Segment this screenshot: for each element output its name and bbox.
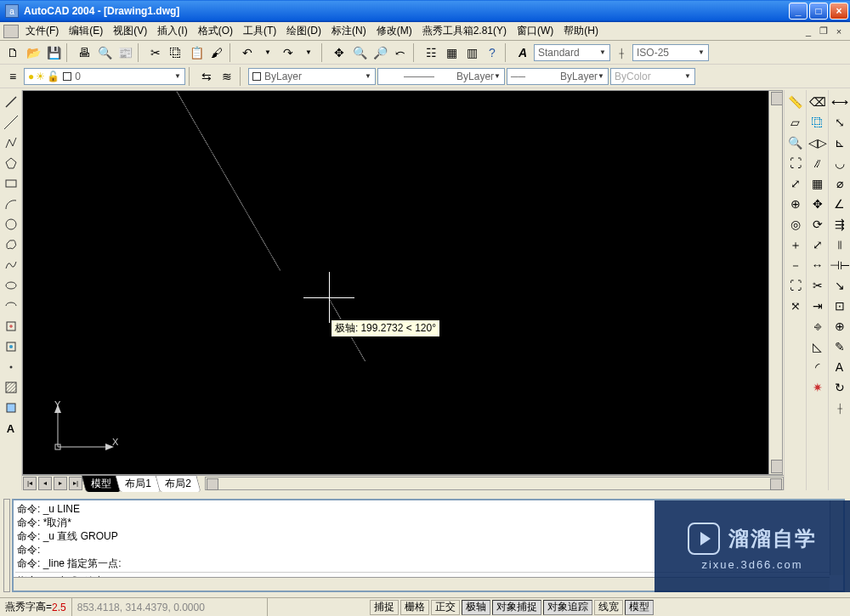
leader-tool[interactable]: ↘	[830, 277, 849, 294]
copy-tool[interactable]: ⿻	[808, 114, 827, 131]
area-button[interactable]: ▱	[786, 114, 805, 131]
mirror-tool[interactable]: ◁▷	[808, 134, 827, 151]
array-tool[interactable]: ▦	[808, 175, 827, 192]
menu-file[interactable]: 文件(F)	[20, 22, 64, 40]
break-tool[interactable]: ⎆	[808, 318, 827, 335]
toggle-otrack[interactable]: 对象追踪	[543, 600, 592, 615]
dim-baseline-tool[interactable]: ⫴	[830, 236, 849, 253]
rotate-tool[interactable]: ⟳	[808, 216, 827, 233]
dim-diameter-tool[interactable]: ⌀	[830, 175, 849, 192]
drawing-canvas[interactable]: 极轴: 199.2732 < 120° Y X	[22, 90, 783, 475]
toggle-snap[interactable]: 捕捉	[370, 600, 399, 615]
dim-ordinate-tool[interactable]: ⊾	[830, 134, 849, 151]
layer-manager-button[interactable]: ≡	[3, 67, 22, 86]
dim-style-tool[interactable]: ⟊	[830, 399, 849, 416]
save-button[interactable]: 💾	[44, 43, 63, 62]
undo-button[interactable]: ↶	[238, 43, 257, 62]
xline-tool[interactable]	[2, 114, 20, 131]
dim-continue-tool[interactable]: ⊣⊢	[830, 257, 849, 274]
make-block-tool[interactable]	[2, 338, 20, 355]
toggle-lwt[interactable]: 线宽	[594, 600, 623, 615]
ellipse-tool[interactable]	[2, 277, 20, 294]
dist-button[interactable]: 📏	[786, 93, 805, 110]
polyline-tool[interactable]	[2, 134, 20, 151]
dim-quick-tool[interactable]: ⇶	[830, 216, 849, 233]
erase-tool[interactable]: ⌫	[808, 93, 827, 110]
mtext-tool[interactable]: A	[2, 420, 20, 437]
hatch-tool[interactable]	[2, 379, 20, 396]
menu-insert[interactable]: 插入(I)	[152, 22, 192, 40]
cut-button[interactable]: ✂	[146, 43, 165, 62]
dim-tedit-tool[interactable]: A	[830, 359, 849, 376]
doc-minimize-button[interactable]: _	[802, 25, 815, 37]
textstyle-icon[interactable]: A	[513, 43, 532, 62]
move-tool[interactable]: ✥	[808, 195, 827, 212]
toggle-polar[interactable]: 极轴	[462, 600, 490, 615]
canvas-hscroll[interactable]	[205, 477, 784, 490]
canvas-vscroll[interactable]	[768, 91, 782, 474]
publish-button[interactable]: 📰	[116, 43, 134, 62]
extend-tool[interactable]: ⇥	[808, 297, 827, 314]
fillet-tool[interactable]: ◜	[808, 359, 827, 376]
rectangle-tool[interactable]	[2, 175, 20, 192]
menu-dimension[interactable]: 标注(N)	[326, 22, 371, 40]
tab-layout1[interactable]: 布局1	[115, 475, 161, 492]
paste-button[interactable]: 📋	[187, 43, 206, 62]
ellipsearc-tool[interactable]	[2, 297, 20, 314]
dimstyle-icon[interactable]: ⟊	[612, 43, 631, 62]
zoom-dyn-button[interactable]: ⛶	[786, 155, 805, 172]
open-button[interactable]: 📂	[24, 43, 42, 62]
dim-update-tool[interactable]: ↻	[830, 379, 849, 396]
toggle-model[interactable]: 模型	[625, 600, 654, 615]
revcloud-tool[interactable]	[2, 236, 20, 253]
menu-draw[interactable]: 绘图(D)	[281, 22, 326, 40]
spline-tool[interactable]	[2, 257, 20, 274]
menu-format[interactable]: 格式(O)	[193, 22, 238, 40]
print-button[interactable]: 🖶	[75, 43, 94, 62]
undo-drop-button[interactable]: ▼	[258, 43, 277, 62]
app-menu-icon[interactable]	[3, 25, 19, 38]
menu-view[interactable]: 视图(V)	[108, 22, 152, 40]
doc-close-button[interactable]: ×	[832, 25, 846, 37]
zoom-out-button[interactable]: －	[786, 257, 805, 274]
linetype-select[interactable]: ———ByLayer▼	[377, 68, 505, 85]
help-button[interactable]: ?	[483, 43, 502, 62]
menu-edit[interactable]: 编辑(E)	[64, 22, 108, 40]
tab-first-button[interactable]: |◂	[23, 477, 37, 490]
menu-tools[interactable]: 工具(T)	[238, 22, 281, 40]
zoom-window-button[interactable]: 🔎	[371, 43, 389, 62]
redo-button[interactable]: ↷	[279, 43, 298, 62]
chamfer-tool[interactable]: ◺	[808, 338, 827, 355]
redo-drop-button[interactable]: ▼	[299, 43, 318, 62]
zoom-previous-button[interactable]: ⤺	[391, 43, 410, 62]
zoom-center-button[interactable]: ⊕	[786, 195, 805, 212]
plot-preview-button[interactable]: 🔍	[95, 43, 114, 62]
toggle-ortho[interactable]: 正交	[431, 600, 460, 615]
tab-prev-button[interactable]: ◂	[38, 477, 52, 490]
pan-button[interactable]: ✥	[330, 43, 348, 62]
stretch-tool[interactable]: ↔	[808, 257, 827, 274]
menu-window[interactable]: 窗口(W)	[512, 22, 558, 40]
doc-restore-button[interactable]: ❐	[817, 25, 830, 37]
zoom-all-button[interactable]: ⛶	[786, 277, 805, 294]
plotstyle-select[interactable]: ByColor▼	[610, 68, 695, 85]
region-tool[interactable]	[2, 399, 20, 416]
toggle-grid[interactable]: 栅格	[400, 600, 429, 615]
offset-tool[interactable]: ⫽	[808, 155, 827, 172]
new-button[interactable]: 🗋	[3, 43, 22, 62]
copy-button[interactable]: ⿻	[167, 43, 185, 62]
lineweight-select[interactable]: ──ByLayer▼	[507, 68, 609, 85]
explode-tool[interactable]: ✷	[808, 379, 827, 396]
zoom-win-button[interactable]: 🔍	[786, 134, 805, 151]
insert-block-tool[interactable]	[2, 318, 20, 335]
dim-radius-tool[interactable]: ◡	[830, 155, 849, 172]
dim-style-select[interactable]: ISO-25▼	[632, 44, 709, 61]
arc-tool[interactable]	[2, 195, 20, 212]
tab-last-button[interactable]: ▸|	[69, 477, 82, 490]
toolpalettes-button[interactable]: ▥	[462, 43, 481, 62]
tab-next-button[interactable]: ▸	[54, 477, 67, 490]
zoom-in-button[interactable]: ＋	[786, 236, 805, 253]
line-tool[interactable]	[2, 93, 20, 110]
zoom-realtime-button[interactable]: 🔍	[350, 43, 369, 62]
polygon-tool[interactable]	[2, 155, 20, 172]
